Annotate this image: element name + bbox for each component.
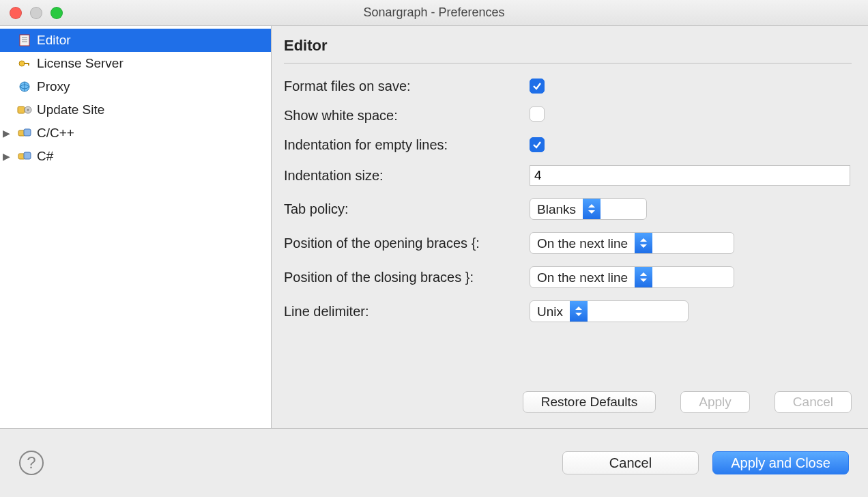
tree-item-csharp[interactable]: ▶ C# — [0, 145, 271, 168]
label-show-whitespace: Show white space: — [284, 108, 530, 124]
checkbox-show-whitespace[interactable] — [530, 106, 545, 122]
globe-icon — [16, 80, 33, 94]
svg-rect-6 — [28, 63, 29, 66]
tree-item-label: C# — [37, 149, 53, 164]
updown-icon — [635, 267, 652, 287]
tree-item-proxy[interactable]: ▶ Proxy — [0, 75, 271, 98]
panel-form: Format files on save: Show white space: … — [284, 63, 852, 322]
input-indent-size[interactable] — [530, 165, 850, 186]
label-indent-empty: Indentation for empty lines: — [284, 137, 530, 153]
restore-defaults-button[interactable]: Restore Defaults — [523, 391, 656, 413]
label-tab-policy: Tab policy: — [284, 201, 530, 217]
svg-rect-15 — [24, 152, 31, 159]
window-title: Sonargraph - Preferences — [0, 5, 868, 20]
label-indent-size: Indentation size: — [284, 168, 530, 184]
updown-icon — [635, 233, 652, 253]
apply-button[interactable]: Apply — [680, 391, 750, 413]
svg-rect-0 — [20, 35, 29, 46]
panel-title: Editor — [284, 34, 852, 63]
label-close-braces: Position of the closing braces }: — [284, 270, 530, 285]
preferences-tree: ▶ Editor ▶ License Server — [0, 26, 272, 428]
label-format-on-save: Format files on save: — [284, 79, 530, 94]
select-line-delimiter[interactable]: Unix — [530, 300, 689, 322]
dialog-footer: ? Cancel Apply and Close — [0, 429, 868, 497]
tree-item-license-server[interactable]: ▶ License Server — [0, 52, 271, 75]
expand-arrow-icon[interactable]: ▶ — [0, 128, 12, 139]
row-format-on-save: Format files on save: — [284, 79, 852, 94]
select-value: On the next line — [530, 233, 635, 253]
cancel-button[interactable]: Cancel — [562, 451, 699, 474]
package-icon — [16, 126, 33, 140]
tree-item-label: License Server — [37, 56, 124, 71]
svg-rect-9 — [18, 106, 25, 113]
help-button[interactable]: ? — [19, 451, 44, 475]
panel-buttons: Restore Defaults Apply Cancel — [284, 391, 852, 420]
svg-point-11 — [27, 109, 29, 111]
select-close-braces[interactable]: On the next line — [530, 266, 734, 288]
cancel-panel-button[interactable]: Cancel — [775, 391, 852, 413]
question-icon: ? — [27, 453, 35, 472]
select-value: Unix — [530, 301, 570, 322]
row-line-delimiter: Line delimiter: Unix — [284, 300, 852, 322]
row-indent-empty: Indentation for empty lines: — [284, 137, 852, 153]
row-tab-policy: Tab policy: Blanks — [284, 198, 852, 220]
window-titlebar: Sonargraph - Preferences — [0, 0, 868, 26]
checkbox-indent-empty[interactable] — [530, 137, 545, 152]
select-value: On the next line — [530, 267, 635, 287]
select-open-braces[interactable]: On the next line — [530, 232, 734, 254]
label-open-braces: Position of the opening braces {: — [284, 236, 530, 251]
preferences-panel: Editor Format files on save: Show white … — [272, 26, 868, 428]
svg-rect-13 — [24, 129, 31, 136]
package-icon — [16, 150, 33, 163]
row-open-braces: Position of the opening braces {: On the… — [284, 232, 852, 254]
update-gear-icon — [16, 103, 33, 117]
label-line-delimiter: Line delimiter: — [284, 304, 530, 320]
row-show-whitespace: Show white space: — [284, 106, 852, 125]
tree-item-editor[interactable]: ▶ Editor — [0, 29, 271, 52]
updown-icon — [583, 199, 601, 219]
svg-point-4 — [19, 61, 25, 66]
apply-and-close-button[interactable]: Apply and Close — [712, 451, 849, 474]
tree-item-label: C/C++ — [37, 126, 74, 141]
tree-item-label: Editor — [37, 33, 71, 48]
tree-item-update-site[interactable]: ▶ Update Site — [0, 98, 271, 122]
select-tab-policy[interactable]: Blanks — [530, 198, 647, 220]
tree-item-label: Proxy — [37, 79, 70, 94]
updown-icon — [570, 301, 588, 322]
row-close-braces: Position of the closing braces }: On the… — [284, 266, 852, 288]
editor-icon — [16, 33, 33, 47]
checkbox-format-on-save[interactable] — [530, 79, 545, 94]
row-indent-size: Indentation size: — [284, 165, 852, 186]
select-value: Blanks — [530, 199, 583, 219]
expand-arrow-icon[interactable]: ▶ — [0, 151, 12, 162]
tree-item-c-cpp[interactable]: ▶ C/C++ — [0, 122, 271, 145]
license-key-icon — [16, 57, 33, 70]
tree-item-label: Update Site — [37, 102, 104, 117]
